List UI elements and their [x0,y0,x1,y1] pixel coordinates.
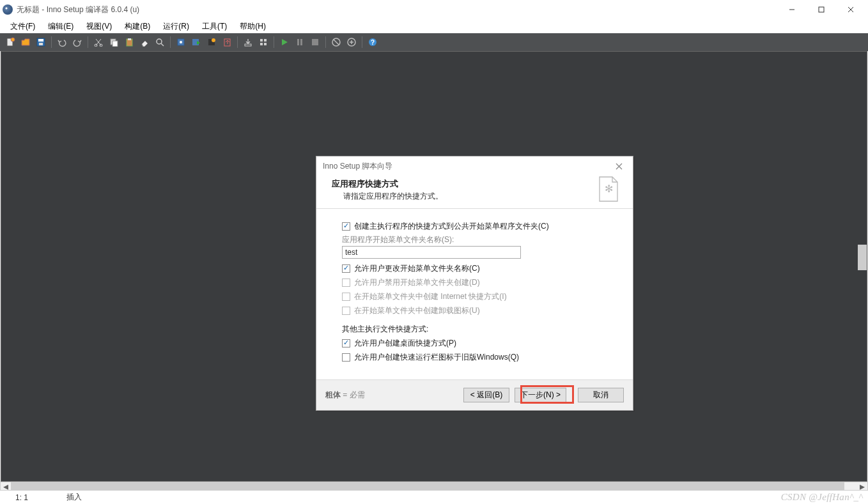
label-uninstall-icon: 在开始菜单文件夹中创建卸载图标(U) [354,305,480,316]
cursor-position: 1: 1 [15,493,28,502]
options2-icon[interactable] [345,35,359,49]
compile-icon[interactable] [174,35,188,49]
document-icon: ✻ [596,176,621,204]
svg-rect-29 [264,43,267,45]
dialog-titlebar: Inno Setup 脚本向导 [316,157,633,176]
options-icon[interactable] [329,35,343,49]
checkbox-allow-disable[interactable] [342,279,350,287]
footer-hint: 粗体 = 必需 [325,390,365,401]
menu-run[interactable]: 运行(R) [158,20,194,33]
minimize-button[interactable] [777,0,807,19]
cut-icon[interactable] [91,35,105,49]
svg-point-23 [212,38,215,42]
dialog-title: Inno Setup 脚本向导 [323,161,392,172]
checkbox-uninstall-icon[interactable] [342,307,350,315]
menu-help[interactable]: 帮助(H) [235,20,271,33]
erase-icon[interactable] [137,35,151,49]
horizontal-scrollbar[interactable]: ◂ ▸ [0,482,868,491]
dialog-heading: 应用程序快捷方式 [332,178,617,190]
stop-icon[interactable] [308,35,322,49]
target-setup-icon[interactable] [205,35,219,49]
pause-icon[interactable] [293,35,307,49]
scroll-right-icon[interactable]: ▸ [857,482,867,490]
svg-rect-7 [38,39,43,42]
undo-icon[interactable] [55,35,69,49]
vertical-scrollbar-thumb[interactable] [858,245,867,270]
label-desktop-shortcut: 允许用户创建桌面快捷方式(P) [354,338,456,349]
checkbox-allow-change[interactable] [342,264,350,273]
svg-rect-8 [39,43,43,45]
menu-view[interactable]: 视图(V) [81,20,117,33]
svg-rect-14 [112,41,118,47]
section-other-shortcuts: 其他主执行文件快捷方式: [342,324,607,335]
app-icon [3,4,13,15]
copy-icon[interactable] [107,35,121,49]
compile-run-icon[interactable] [189,35,203,49]
svg-rect-26 [260,39,263,42]
svg-rect-1 [819,7,824,12]
label-allow-disable: 允许用户禁用开始菜单文件夹创建(D) [354,277,480,288]
label-quicklaunch: 允许用户创建快速运行栏图标于旧版Windows(Q) [354,352,519,363]
menu-file[interactable]: 文件(F) [5,20,40,33]
window-controls [777,0,865,19]
find-icon[interactable] [153,35,167,49]
svg-text:?: ? [371,39,375,46]
back-button[interactable]: < 返回(B) [463,388,509,402]
maximize-button[interactable] [807,0,836,19]
checkbox-main-shortcut[interactable] [342,222,350,231]
checkbox-desktop-shortcut[interactable] [342,339,350,347]
window-title: 无标题 - Inno Setup 编译器 6.0.4 (u) [17,4,777,15]
insert-mode: 插入 [66,492,82,503]
open-file-icon[interactable] [19,35,33,49]
close-button[interactable] [836,0,865,19]
download-icon[interactable] [241,35,255,49]
label-main-shortcut: 创建主执行程序的快捷方式到公共开始菜单程序文件夹(C) [354,221,549,232]
menu-edit[interactable]: 编辑(E) [43,20,79,33]
menubar: 文件(F) 编辑(E) 视图(V) 构建(B) 运行(R) 工具(T) 帮助(H… [0,19,868,33]
dialog-subheading: 请指定应用程序的快捷方式。 [343,191,617,202]
svg-line-18 [161,43,164,46]
redo-icon[interactable] [70,35,84,49]
checkbox-internet-shortcut[interactable] [342,293,350,301]
svg-rect-28 [260,43,263,45]
next-button[interactable]: 下一步(N) > [515,388,566,402]
titlebar: 无标题 - Inno Setup 编译器 6.0.4 (u) [0,0,868,19]
dialog-header: 应用程序快捷方式 请指定应用程序的快捷方式。 ✻ [316,176,633,209]
wizard-dialog: Inno Setup 脚本向导 应用程序快捷方式 请指定应用程序的快捷方式。 ✻… [316,156,633,411]
svg-rect-32 [312,39,318,45]
start-menu-folder-input[interactable] [342,246,521,259]
svg-point-20 [180,41,182,43]
svg-rect-30 [297,39,299,45]
svg-rect-25 [245,44,251,46]
dialog-footer: 粗体 = 必需 < 返回(B) 下一步(N) > 取消 [316,379,633,410]
new-file-icon[interactable] [3,35,17,49]
toolbar: ? [0,33,868,51]
checkbox-quicklaunch[interactable] [342,353,350,362]
statusbar: 1: 1 插入 [0,491,868,504]
cancel-button[interactable]: 取消 [578,388,624,402]
save-icon[interactable] [34,35,48,49]
export-icon[interactable] [220,35,234,49]
menu-tools[interactable]: 工具(T) [197,20,232,33]
paste-icon[interactable] [122,35,136,49]
svg-rect-31 [300,39,302,45]
run-icon[interactable] [277,35,291,49]
menu-build[interactable]: 构建(B) [120,20,155,33]
start-menu-folder-label: 应用程序开始菜单文件夹名称(S): [342,234,607,245]
scrollbar-thumb[interactable] [11,482,844,490]
svg-point-5 [11,38,15,42]
dialog-close-button[interactable] [611,158,626,174]
scroll-left-icon[interactable]: ◂ [1,482,11,490]
grid-icon[interactable] [256,35,270,49]
svg-point-17 [157,39,162,44]
dialog-body: 创建主执行程序的快捷方式到公共开始菜单程序文件夹(C) 应用程序开始菜单文件夹名… [316,209,633,379]
svg-text:✻: ✻ [605,183,613,194]
svg-rect-16 [128,38,131,40]
label-allow-change: 允许用户更改开始菜单文件夹名称(C) [354,263,480,274]
help-icon[interactable]: ? [366,35,380,49]
svg-line-34 [334,40,339,45]
label-internet-shortcut: 在开始菜单文件夹中创建 Internet 快捷方式(I) [354,291,507,302]
svg-rect-27 [264,39,267,42]
